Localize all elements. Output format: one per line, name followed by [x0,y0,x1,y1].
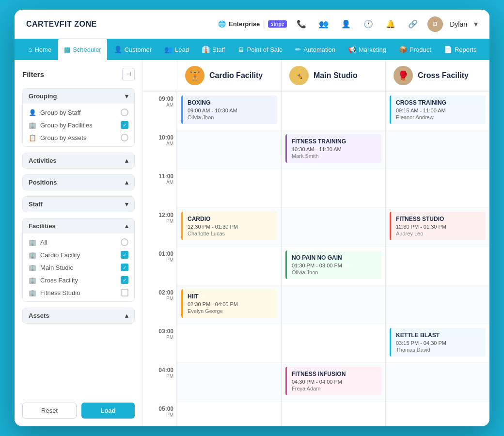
phone-icon[interactable]: 📞 [294,16,309,32]
cell-main-0900[interactable] [281,92,385,130]
cell-cardio-0900[interactable]: BOXING 09:00 AM - 10:30 AM Olivia Jhon [177,92,281,130]
cell-cross-0200pm[interactable] [385,285,489,324]
cell-main-1000[interactable]: FITNESS TRAINING 10:30 AM - 11:30 AM Mar… [281,130,385,169]
fitness-infusion-event[interactable]: FITNESS INFUSION 04:30 PM - 04:00 PM Fre… [285,367,381,395]
cell-cardio-0100pm[interactable] [177,247,281,285]
facility-all-radio[interactable] [121,238,128,246]
facilities-section-header[interactable]: Facilities ▴ [23,218,134,234]
time-0500pm: 05:00 PM [143,402,177,426]
group-by-facilities-checkbox[interactable]: ✓ [121,121,128,129]
clock-icon[interactable]: 🕐 [361,16,376,32]
cell-main-1200[interactable] [281,208,385,247]
nav-product[interactable]: 📦 Product [393,39,437,60]
nav-setup[interactable]: ⚙ Setup [483,39,489,60]
fitness-studio-event[interactable]: FITNESS STUDIO 12:30 PM - 01:30 PM Audre… [390,212,486,240]
hiit-event[interactable]: HIIT 02:30 PM - 04:00 PM Evelyn George [181,289,277,318]
main-studio-avatar: 🤸 [289,66,309,85]
cell-cardio-1000[interactable] [177,130,281,169]
cell-cross-0500pm[interactable] [385,402,489,426]
assets-section-header[interactable]: Assets ▴ [23,308,134,323]
cardio-time: 12:30 PM - 01:30 PM [188,224,272,230]
cell-cardio-1200[interactable]: CARDIO 12:30 PM - 01:30 PM Charlotte Luc… [177,208,281,247]
cell-cross-1100[interactable] [385,169,489,208]
main-studio-option[interactable]: 🏢 Main Studio ✓ [29,263,128,272]
time-0100pm: 01:00 PM [143,247,177,285]
positions-section-header[interactable]: Positions ▴ [23,175,134,190]
cell-main-0400pm[interactable]: FITNESS INFUSION 04:30 PM - 04:00 PM Fre… [281,363,385,402]
cross-facility-checkbox[interactable]: ✓ [121,276,128,284]
nav-marketing[interactable]: 📢 Marketing [342,39,392,60]
cardio-facility-column: 🏋 Cardio Facility [177,60,281,91]
positions-section: Positions ▴ [22,174,135,190]
nav-lead[interactable]: 👥 Lead [158,39,195,60]
group-by-facilities-option[interactable]: 🏢 Group by Facilities ✓ [29,120,128,130]
divider: | [263,19,265,29]
cell-cardio-0400pm[interactable] [177,363,281,402]
sidebar-collapse-button[interactable]: ⊣ [122,68,135,80]
nav-scheduler[interactable]: ▦ Scheduler [58,39,107,60]
main-studio-checkbox[interactable]: ✓ [121,264,128,271]
load-button[interactable]: Load [81,403,135,419]
cross-training-event[interactable]: CROSS TRAINING 09:15 AM - 11:00 AM Elean… [390,95,486,124]
group-by-assets-option[interactable]: 📋 Group by Assets [29,133,128,142]
group-by-staff-radio[interactable] [121,109,128,116]
facilities-chevron-icon: ▴ [125,222,128,230]
bell-icon[interactable]: 🔔 [383,16,398,32]
fitness-studio-option[interactable]: 🏢 Fitness Studio [29,288,128,297]
hiit-person: Evelyn George [188,308,272,314]
grouping-section-body: 👤 Group by Staff 🏢 Group by Facilities ✓ [23,104,134,146]
no-pain-event[interactable]: NO PAIN NO GAIN 01:30 PM - 03:00 PM Oliv… [285,250,381,279]
facility-all-option[interactable]: 🏢 All [29,237,128,247]
cell-cross-0100pm[interactable] [385,247,489,285]
cell-main-0500pm[interactable] [281,402,385,426]
fitness-studio-icon: 🏢 [29,289,36,296]
group-by-staff-option[interactable]: 👤 Group by Staff [29,108,128,117]
cross-facility-option[interactable]: 🏢 Cross Facility ✓ [29,275,128,285]
nav-customer[interactable]: 👤 Customer [108,39,158,60]
activities-section-header[interactable]: Activities ▴ [23,153,134,168]
globe-icon: 🌐 [218,20,226,28]
cell-cardio-0300pm[interactable] [177,324,281,363]
group-icon[interactable]: 👥 [316,16,331,32]
nav-staff-label: Staff [212,46,225,53]
cell-main-0300pm[interactable] [281,324,385,363]
kettle-blast-time: 03:15 PM - 04:30 PM [396,340,481,346]
cell-cardio-1100[interactable] [177,169,281,208]
chevron-down-icon[interactable]: ▾ [474,19,478,29]
reset-button[interactable]: Reset [22,403,77,419]
fitness-training-event[interactable]: FITNESS TRAINING 10:30 AM - 11:30 AM Mar… [285,134,381,163]
cardio-facility-option[interactable]: 🏢 Cardio Facility ✓ [29,250,128,260]
fitness-studio-checkbox[interactable] [121,289,128,296]
staff-section-header[interactable]: Staff ▾ [23,197,134,212]
cell-cross-1200[interactable]: FITNESS STUDIO 12:30 PM - 01:30 PM Audre… [385,208,489,247]
nav-staff[interactable]: 👔 Staff [196,39,231,60]
cell-cross-0400pm[interactable] [385,363,489,402]
nav-pos[interactable]: 🖥 Point of Sale [232,39,289,60]
cell-main-1100[interactable] [281,169,385,208]
share-icon[interactable]: 🔗 [405,16,421,32]
nav-reports[interactable]: 📄 Reports [438,39,483,60]
user-add-icon[interactable]: 👤 [338,16,354,32]
cell-main-0200pm[interactable] [281,285,385,324]
grouping-section-header[interactable]: Grouping ▾ [23,89,134,104]
boxing-title: BOXING [188,99,272,106]
customer-icon: 👤 [114,46,122,53]
nav-home[interactable]: ⌂ Home [22,39,57,60]
cell-cross-1000[interactable] [385,130,489,169]
kettle-blast-event[interactable]: KETTLE BLAST 03:15 PM - 04:30 PM Thomas … [390,328,486,357]
assets-chevron-icon: ▴ [125,312,128,319]
boxing-event[interactable]: BOXING 09:00 AM - 10:30 AM Olivia Jhon [181,95,277,124]
cell-cardio-0200pm[interactable]: HIIT 02:30 PM - 04:00 PM Evelyn George [177,285,281,324]
cardio-event[interactable]: CARDIO 12:30 PM - 01:30 PM Charlotte Luc… [181,212,277,240]
positions-label: Positions [29,179,57,186]
activities-chevron-icon: ▴ [125,157,128,164]
cell-cross-0300pm[interactable]: KETTLE BLAST 03:15 PM - 04:30 PM Thomas … [385,324,489,363]
group-by-assets-radio[interactable] [121,134,128,141]
sidebar-header: Filters ⊣ [22,68,135,80]
facility-all-label: All [40,239,47,246]
cardio-facility-checkbox[interactable]: ✓ [121,251,128,259]
cell-cardio-0500pm[interactable] [177,402,281,426]
nav-automation[interactable]: ✏ Automation [289,39,341,60]
cell-cross-0900[interactable]: CROSS TRAINING 09:15 AM - 11:00 AM Elean… [385,92,489,130]
cell-main-0100pm[interactable]: NO PAIN NO GAIN 01:30 PM - 03:00 PM Oliv… [281,247,385,285]
